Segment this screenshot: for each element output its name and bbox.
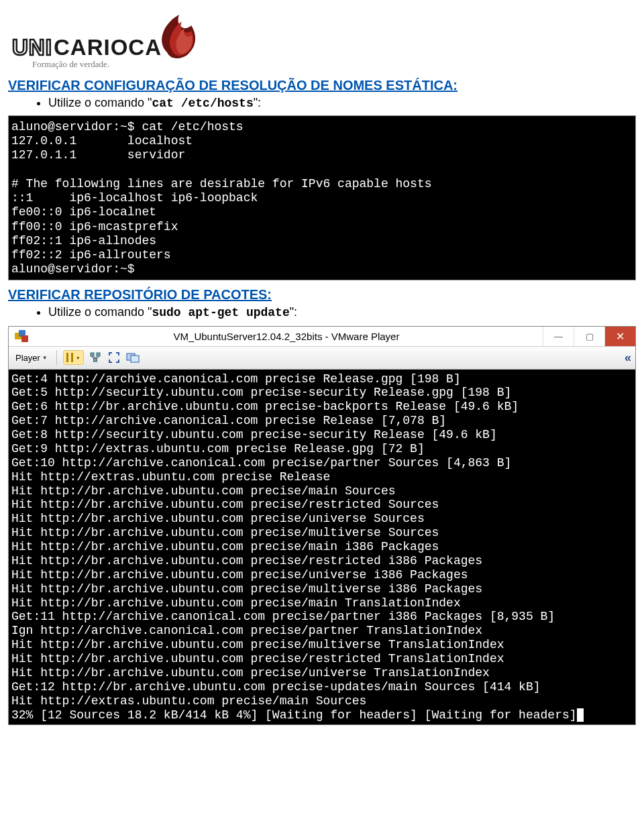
network-icon[interactable] (88, 350, 103, 365)
player-menu-label: Player (15, 353, 40, 363)
section1-bullet: Utilize o comando "cat /etc/hosts": (48, 96, 636, 110)
maximize-button[interactable]: ▢ (574, 327, 604, 346)
pause-icon-bar (66, 353, 68, 362)
section2-heading: VERIFICAR REPOSITÓRIO DE PACOTES: (8, 287, 636, 303)
logo-block: UNI CARIOCA Formação de verdade. (8, 7, 636, 71)
close-button[interactable]: ✕ (604, 327, 635, 346)
svg-rect-10 (131, 356, 139, 362)
player-menu[interactable]: Player ▼ (13, 353, 50, 363)
section1-heading: VERIFICAR CONFIGURAÇÃO DE RESOLUÇÃO DE N… (8, 78, 636, 93)
vm-toolbar: Player ▼ ▼ « (9, 347, 635, 370)
section1-bullet-list: Utilize o comando "cat /etc/hosts": (48, 96, 636, 110)
section1-bullet-prefix: Utilize o comando " (48, 96, 152, 109)
unicarioca-logo: UNI CARIOCA Formação de verdade. (8, 9, 223, 70)
svg-rect-6 (91, 353, 94, 356)
section1-command: cat /etc/hosts (152, 97, 253, 110)
terminal-cursor (577, 708, 584, 722)
vm-terminal-output: Get:4 http://archive.canonical.com preci… (9, 370, 635, 725)
svg-rect-5 (21, 335, 28, 342)
svg-rect-7 (97, 353, 100, 356)
section2-bullet: Utilize o comando "sudo apt-get update": (48, 305, 636, 319)
vmware-player-window: VM_UbuntuServer12.04.2_32bits - VMware P… (8, 326, 636, 726)
svg-rect-8 (93, 358, 97, 362)
vm-window-title: VM_UbuntuServer12.04.2_32bits - VMware P… (30, 331, 543, 342)
chevron-down-icon: ▼ (76, 356, 80, 360)
pause-button[interactable]: ▼ (63, 350, 84, 365)
section2-command: sudo apt-get update (152, 306, 289, 319)
toolbar-overflow-icon[interactable]: « (625, 351, 631, 365)
section1-terminal-output: aluno@servidor:~$ cat /etc/hosts 127.0.0… (8, 115, 636, 280)
fullscreen-icon[interactable] (107, 350, 121, 365)
svg-text:Formação de verdade.: Formação de verdade. (32, 59, 109, 69)
minimize-button[interactable]: — (543, 327, 574, 346)
toolbar-separator (56, 350, 57, 365)
vm-titlebar[interactable]: VM_UbuntuServer12.04.2_32bits - VMware P… (9, 327, 635, 347)
svg-text:UNI: UNI (12, 35, 52, 60)
chevron-down-icon: ▼ (42, 355, 48, 361)
section2-bullet-suffix: ": (290, 305, 297, 319)
vmware-icon (13, 329, 30, 343)
svg-text:CARIOCA: CARIOCA (54, 35, 162, 60)
section1-bullet-suffix: ": (254, 96, 261, 109)
unity-icon[interactable] (125, 350, 140, 365)
window-controls: — ▢ ✕ (543, 327, 635, 346)
section2-bullet-list: Utilize o comando "sudo apt-get update": (48, 305, 636, 319)
section2-bullet-prefix: Utilize o comando " (48, 305, 152, 319)
pause-icon-bar (71, 353, 73, 362)
